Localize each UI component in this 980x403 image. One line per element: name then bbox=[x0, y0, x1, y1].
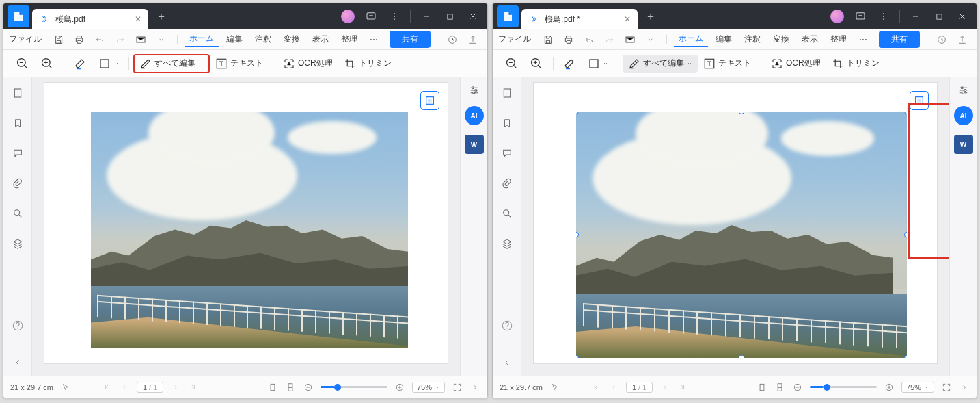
resize-handle-w[interactable] bbox=[576, 232, 579, 238]
resize-handle-sw[interactable] bbox=[576, 355, 579, 358]
shape-button[interactable] bbox=[93, 55, 124, 73]
share-button[interactable]: 共有 bbox=[879, 31, 920, 48]
history-icon[interactable] bbox=[444, 31, 461, 49]
menu-file[interactable]: ファイル bbox=[498, 34, 531, 45]
more-icon[interactable] bbox=[873, 6, 894, 27]
close-button[interactable] bbox=[463, 6, 483, 27]
zoom-select[interactable]: 75% bbox=[412, 382, 445, 393]
comment-icon[interactable] bbox=[10, 146, 25, 161]
comment-icon[interactable] bbox=[500, 146, 515, 161]
menu-organize[interactable]: 整理 bbox=[336, 32, 362, 47]
view-continuous-icon[interactable] bbox=[285, 382, 296, 393]
help-icon[interactable] bbox=[10, 318, 25, 333]
zoom-slider[interactable] bbox=[810, 386, 877, 388]
text-button[interactable]: テキスト bbox=[210, 55, 269, 73]
zoom-in-button[interactable] bbox=[524, 54, 549, 73]
document-tab[interactable]: 桜島.pdf * ✕ bbox=[521, 9, 638, 29]
new-tab-button[interactable]: ＋ bbox=[643, 9, 658, 24]
collapse-left-icon[interactable] bbox=[10, 355, 25, 370]
next-page-icon[interactable] bbox=[659, 382, 670, 393]
zoom-out-button[interactable] bbox=[10, 54, 35, 73]
ocr-button[interactable]: OCR処理 bbox=[765, 55, 826, 73]
prev-page-icon[interactable] bbox=[119, 382, 130, 393]
help-icon[interactable] bbox=[500, 318, 515, 333]
zoom-out-button[interactable] bbox=[500, 54, 524, 73]
ai-badge[interactable]: AI bbox=[465, 106, 484, 125]
next-page-last-icon[interactable] bbox=[188, 382, 199, 393]
search-icon[interactable] bbox=[10, 206, 25, 221]
fullscreen-icon[interactable] bbox=[941, 382, 952, 393]
resize-handle-nw[interactable] bbox=[576, 112, 579, 114]
share-button[interactable]: 共有 bbox=[390, 31, 431, 48]
notification-icon[interactable] bbox=[361, 6, 381, 27]
prev-page-first-icon[interactable] bbox=[101, 382, 112, 393]
menu-convert[interactable]: 変換 bbox=[768, 32, 794, 47]
collapse-right-icon[interactable] bbox=[959, 382, 970, 393]
view-single-icon[interactable] bbox=[757, 382, 767, 393]
next-page-last-icon[interactable] bbox=[677, 382, 688, 393]
view-continuous-icon[interactable] bbox=[774, 382, 785, 393]
avatar-icon[interactable] bbox=[827, 6, 847, 27]
undo-icon[interactable] bbox=[580, 31, 598, 49]
word-badge[interactable]: W bbox=[954, 135, 973, 154]
resize-handle-s[interactable] bbox=[739, 355, 745, 358]
history-icon[interactable] bbox=[933, 31, 951, 49]
menu-view[interactable]: 表示 bbox=[797, 32, 823, 47]
redo-icon[interactable] bbox=[601, 31, 618, 49]
highlighter-button[interactable] bbox=[68, 54, 93, 73]
more-icon[interactable] bbox=[384, 6, 405, 27]
tab-close-icon[interactable]: ✕ bbox=[624, 14, 631, 24]
maximize-button[interactable] bbox=[439, 6, 460, 27]
text-button[interactable]: テキスト bbox=[698, 55, 757, 73]
search-icon[interactable] bbox=[500, 206, 515, 221]
layers-icon[interactable] bbox=[500, 236, 515, 251]
redo-icon[interactable] bbox=[111, 31, 129, 49]
resize-handle-ne[interactable] bbox=[904, 112, 907, 114]
menu-more[interactable]: ⋯ bbox=[854, 34, 871, 46]
menu-home[interactable]: ホーム bbox=[674, 31, 708, 47]
bookmark-icon[interactable] bbox=[500, 116, 515, 131]
layers-icon[interactable] bbox=[10, 236, 25, 251]
close-button[interactable] bbox=[952, 6, 972, 27]
minimize-button[interactable] bbox=[416, 6, 437, 27]
save-icon[interactable] bbox=[50, 31, 68, 49]
menu-comment[interactable]: 注釈 bbox=[250, 32, 276, 47]
settings-slider-icon[interactable] bbox=[957, 84, 970, 96]
menu-file[interactable]: ファイル bbox=[9, 34, 42, 45]
ocr-button[interactable]: OCR処理 bbox=[277, 55, 338, 73]
page-input[interactable]: 1 / 1 bbox=[626, 382, 653, 393]
document-tab[interactable]: 桜島.pdf ✕ bbox=[32, 9, 148, 29]
menu-home[interactable]: ホーム bbox=[185, 31, 219, 47]
notification-icon[interactable] bbox=[850, 6, 871, 27]
resize-handle-se[interactable] bbox=[904, 355, 907, 358]
menu-convert[interactable]: 変換 bbox=[279, 32, 305, 47]
thumbnails-icon[interactable] bbox=[10, 86, 25, 101]
edit-all-button[interactable]: すべて編集 bbox=[623, 55, 698, 73]
zoom-in-button[interactable] bbox=[35, 54, 59, 73]
mail-icon[interactable] bbox=[621, 31, 639, 49]
attachment-icon[interactable] bbox=[10, 176, 25, 191]
canvas[interactable] bbox=[521, 77, 949, 376]
zoom-in-icon[interactable] bbox=[884, 382, 895, 393]
bookmark-icon[interactable] bbox=[10, 116, 25, 131]
word-badge[interactable]: W bbox=[465, 135, 484, 154]
minimize-button[interactable] bbox=[906, 6, 926, 27]
zoom-out-icon[interactable] bbox=[792, 382, 803, 393]
trim-button[interactable]: トリミン bbox=[338, 55, 397, 73]
upload-icon[interactable] bbox=[953, 31, 971, 49]
document-image[interactable] bbox=[576, 112, 907, 358]
print-icon[interactable] bbox=[70, 31, 88, 49]
shape-button[interactable] bbox=[582, 55, 614, 73]
undo-icon[interactable] bbox=[91, 31, 109, 49]
trim-button[interactable]: トリミン bbox=[826, 55, 885, 73]
view-single-icon[interactable] bbox=[267, 382, 278, 393]
collapse-right-icon[interactable] bbox=[469, 382, 480, 393]
image-selection-box[interactable] bbox=[576, 112, 907, 358]
prev-page-first-icon[interactable] bbox=[590, 382, 601, 393]
collapse-left-icon[interactable] bbox=[500, 355, 515, 370]
zoom-select[interactable]: 75% bbox=[901, 382, 934, 393]
edit-all-button[interactable]: すべて編集 bbox=[133, 54, 210, 73]
fit-page-icon[interactable] bbox=[420, 91, 439, 110]
canvas[interactable] bbox=[32, 77, 460, 376]
zoom-out-icon[interactable] bbox=[303, 382, 314, 393]
